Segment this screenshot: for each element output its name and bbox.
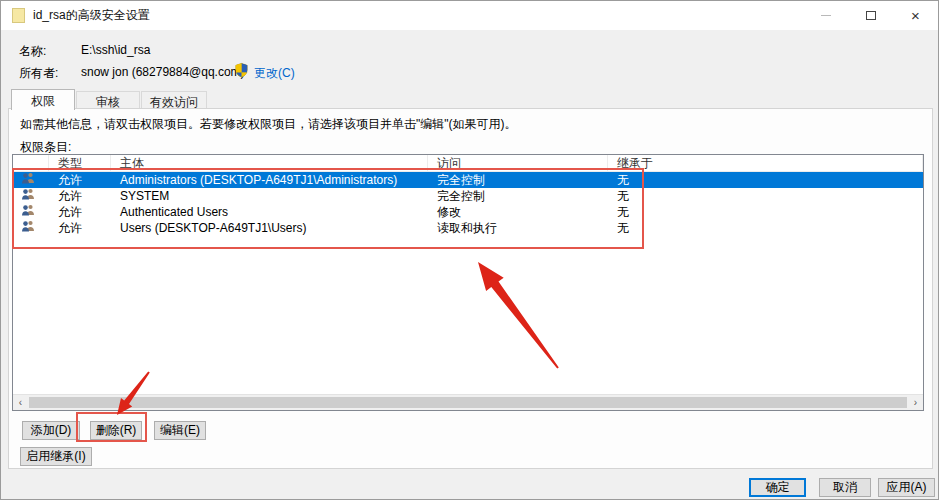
cancel-button[interactable]: 取消 [819, 478, 871, 497]
row-inherited-from: 无 [608, 221, 923, 236]
enable-inheritance-button[interactable]: 启用继承(I) [20, 447, 92, 466]
users-group-icon [13, 204, 49, 220]
name-label: 名称: [19, 43, 46, 60]
owner-label: 所有者: [19, 65, 58, 82]
row-type: 允许 [49, 173, 111, 188]
column-header-type[interactable]: 类型 [49, 155, 111, 172]
scrollbar-thumb[interactable] [29, 397, 907, 408]
row-principal: Users (DESKTOP-A649TJ1\Users) [111, 221, 428, 236]
scroll-right-arrow-icon[interactable]: › [908, 395, 923, 410]
row-access: 完全控制 [428, 189, 608, 204]
row-inherited-from: 无 [608, 205, 923, 220]
ok-button[interactable]: 确定 [749, 478, 806, 497]
header-icon-spacer [13, 155, 49, 172]
remove-button[interactable]: 删除(R) [90, 421, 142, 440]
row-principal: Administrators (DESKTOP-A649TJ1\Administ… [111, 173, 428, 188]
owner-value: snow jon (68279884@qq.com) [81, 65, 245, 79]
edit-button[interactable]: 编辑(E) [154, 421, 206, 440]
name-value: E:\ssh\id_rsa [81, 43, 150, 57]
users-group-icon [13, 188, 49, 204]
users-group-icon [13, 172, 49, 188]
row-inherited-from: 无 [608, 173, 923, 188]
maximize-button[interactable] [848, 1, 893, 30]
tab-bar: 权限 审核 有效访问 [11, 89, 208, 110]
minimize-button[interactable] [803, 1, 848, 30]
row-inherited-from: 无 [608, 189, 923, 204]
column-header-principal[interactable]: 主体 [111, 155, 428, 172]
row-principal: Authenticated Users [111, 205, 428, 220]
table-row[interactable]: 允许 Administrators (DESKTOP-A649TJ1\Admin… [13, 172, 923, 188]
add-button[interactable]: 添加(D) [22, 421, 80, 440]
users-group-icon [13, 220, 49, 236]
instruction-text: 如需其他信息，请双击权限项目。若要修改权限项目，请选择该项目并单击"编辑"(如果… [20, 116, 517, 133]
title-bar: id_rsa的高级安全设置 × [1, 1, 938, 30]
scroll-left-arrow-icon[interactable]: ‹ [13, 395, 28, 410]
row-access: 完全控制 [428, 173, 608, 188]
maximize-icon [866, 11, 876, 20]
row-access: 修改 [428, 205, 608, 220]
file-icon [12, 8, 25, 23]
row-type: 允许 [49, 221, 111, 236]
change-owner-link[interactable]: 更改(C) [254, 65, 295, 82]
table-row[interactable]: 允许 Authenticated Users 修改 无 [13, 204, 923, 220]
apply-button[interactable]: 应用(A) [878, 478, 935, 497]
window-title: id_rsa的高级安全设置 [33, 7, 150, 24]
minimize-icon [821, 15, 831, 16]
close-icon: × [911, 8, 920, 23]
row-type: 允许 [49, 205, 111, 220]
uac-shield-icon [234, 62, 249, 78]
tab-permissions[interactable]: 权限 [11, 89, 75, 110]
close-button[interactable]: × [893, 1, 938, 30]
table-header-row: 类型 主体 访问 继承于 [13, 155, 923, 172]
permission-entries-table: 类型 主体 访问 继承于 允许 Administrators (DESKTOP-… [12, 154, 924, 411]
table-row[interactable]: 允许 SYSTEM 完全控制 无 [13, 188, 923, 204]
row-access: 读取和执行 [428, 221, 608, 236]
row-principal: SYSTEM [111, 189, 428, 204]
advanced-security-settings-dialog: id_rsa的高级安全设置 × 名称: E:\ssh\id_rsa 所有者: s… [0, 0, 939, 500]
column-header-access[interactable]: 访问 [428, 155, 608, 172]
permissions-tab-page: 如需其他信息，请双击权限项目。若要修改权限项目，请选择该项目并单击"编辑"(如果… [8, 108, 933, 469]
table-row[interactable]: 允许 Users (DESKTOP-A649TJ1\Users) 读取和执行 无 [13, 220, 923, 236]
horizontal-scrollbar[interactable]: ‹ › [13, 394, 923, 410]
column-header-inherited-from[interactable]: 继承于 [608, 155, 923, 172]
row-type: 允许 [49, 189, 111, 204]
table-empty-area [13, 236, 923, 394]
